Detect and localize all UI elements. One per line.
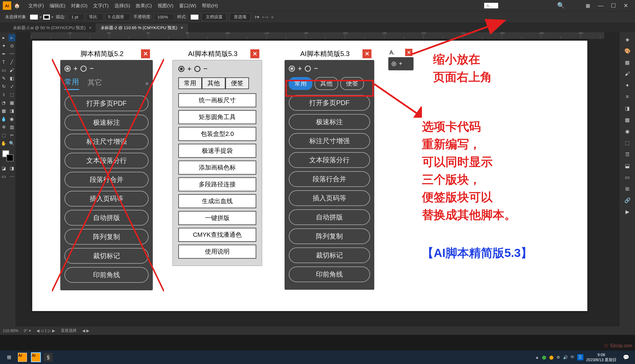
doc-tab-2[interactable]: 未标题-2 @ 110.65 % (CMYK/CPU 预览) ×	[96, 24, 188, 32]
radio-icon[interactable]	[64, 66, 71, 72]
mini-panel-docked[interactable]: A...	[484, 3, 498, 8]
graphic-styles-panel-icon[interactable]: ⬚	[622, 138, 632, 148]
panel53light-tab-other[interactable]: 其他	[202, 77, 225, 89]
artboards-panel-icon[interactable]: ▭	[622, 172, 632, 182]
arrange-icon[interactable]: ▦	[586, 3, 590, 9]
symbol-sprayer-tool[interactable]: ✲	[0, 124, 7, 131]
panel52-tab-other[interactable]: 其它	[87, 78, 102, 90]
rotate-tool[interactable]: ↻	[0, 83, 7, 90]
rotate-view[interactable]: 0° ▾	[24, 328, 31, 333]
doc-tab-1[interactable]: 未标题-2.ai @ 50 % (CMYK/CPU 预览) ×	[8, 24, 96, 32]
panel53light-btn[interactable]: 添加画稿色标	[178, 161, 256, 175]
panel52-btn[interactable]: 插入页码等	[64, 191, 149, 207]
radio-icon[interactable]	[305, 66, 311, 72]
radio-icon[interactable]	[194, 66, 200, 72]
tray-icon[interactable]: ⚙	[557, 355, 560, 360]
scale-mode[interactable]: 等比	[86, 13, 103, 20]
tray-icon[interactable]: ▲	[535, 355, 539, 360]
panel52-btn[interactable]: 极速标注	[64, 115, 149, 130]
line-tool[interactable]: ╱	[8, 59, 15, 66]
panel52-btn[interactable]: 印前角线	[64, 267, 149, 283]
links-panel-icon[interactable]: 🔗	[622, 195, 632, 205]
taskbar-app-ai-2[interactable]: Ai	[30, 352, 41, 363]
panel53dark-btn[interactable]: 极速标注	[289, 114, 370, 130]
perspective-tool[interactable]: ▦	[8, 99, 15, 106]
panel-menu-icon[interactable]: ≡	[271, 15, 274, 19]
panel53dark-btn[interactable]: 印前角线	[289, 266, 370, 282]
canvas-area[interactable]: 0204060801001201401601802002202402602803…	[15, 32, 620, 326]
panel53light-btn[interactable]: 统一画板尺寸	[178, 93, 256, 107]
fill-stroke-indicator[interactable]	[2, 150, 13, 161]
graph-tool[interactable]: ▥	[8, 124, 15, 131]
transparency-panel-icon[interactable]: ▩	[622, 115, 632, 125]
menu-type[interactable]: 文字(T)	[93, 3, 109, 9]
tray-volume-icon[interactable]: 🔊	[563, 355, 568, 360]
magic-wand-tool[interactable]: ✦	[0, 42, 7, 49]
eraser-tool[interactable]: ◧	[8, 75, 15, 82]
panel52-btn[interactable]: 打开多页PDF	[64, 96, 149, 111]
zoom-level[interactable]: 110.65%	[3, 328, 18, 333]
brushes-panel-icon[interactable]: 🖌	[622, 69, 632, 79]
curvature-tool[interactable]: 〰	[8, 50, 15, 57]
panel52-btn[interactable]: 裁切标记	[64, 248, 149, 264]
tray-input-icon[interactable]: 五	[577, 354, 583, 360]
swatches-panel-icon[interactable]: ▦	[622, 57, 632, 67]
opacity-input[interactable]: 100%	[155, 14, 174, 20]
panel53dark-close[interactable]: ✕	[362, 49, 371, 58]
eyedropper-tool[interactable]: 💧	[0, 115, 7, 122]
panel53dark-btn[interactable]: 文本段落分行	[289, 152, 370, 168]
radio-icon[interactable]	[289, 66, 295, 72]
mini-panel-close[interactable]: ✕	[405, 49, 412, 56]
panel53light-btn[interactable]: 生成出血线	[178, 194, 256, 208]
radio-icon[interactable]	[178, 66, 184, 72]
radio-icon[interactable]	[392, 62, 396, 66]
panel53dark-btn[interactable]: 阵列复制	[289, 228, 370, 244]
properties-panel-icon[interactable]: ◈	[622, 34, 632, 44]
taskbar-clock[interactable]: 9:06 2023/8/13 星期日	[586, 352, 616, 362]
start-button[interactable]: ⊞	[3, 352, 15, 363]
taskbar-app-ai-1[interactable]: Ai	[17, 352, 28, 363]
color-panel-icon[interactable]: 🎨	[622, 46, 632, 56]
menu-help[interactable]: 帮助(H)	[202, 3, 218, 9]
close-button[interactable]: ✕	[620, 2, 632, 9]
brush-tool[interactable]: 🖌	[8, 67, 15, 74]
shape-builder-tool[interactable]: ◔	[0, 99, 7, 106]
doc-setup-button[interactable]: 文档设置	[202, 13, 227, 21]
tray-ime-icon[interactable]: 中	[571, 355, 574, 360]
hand-tool[interactable]: ✋	[0, 140, 7, 147]
edit-toolbar-icon[interactable]: ⋯	[8, 173, 15, 180]
panel53light-tab-common[interactable]: 常用	[178, 77, 202, 89]
menu-edit[interactable]: 编辑(E)	[50, 3, 66, 9]
taskbar-app-other[interactable]: §	[44, 353, 53, 362]
color-mode-icon[interactable]: ◪	[0, 165, 7, 172]
notification-icon[interactable]: 💬	[620, 352, 632, 363]
panel52-tab-common[interactable]: 常用	[64, 77, 79, 90]
panel52-btn[interactable]: 阵列复制	[64, 229, 149, 245]
home-icon[interactable]: 🏠	[14, 3, 20, 9]
free-transform-tool[interactable]: ⬚	[8, 91, 15, 98]
chevron-right-icon[interactable]: »	[145, 80, 149, 87]
search-icon[interactable]: 🔍	[557, 2, 565, 9]
rectangle-tool[interactable]: ▭	[0, 67, 7, 74]
panel53light-btn[interactable]: CMYK查找潘通色	[178, 228, 256, 242]
appearance-panel-icon[interactable]: ◉	[622, 126, 632, 136]
panel53dark-btn[interactable]: 段落行合并	[289, 171, 370, 187]
menu-view[interactable]: 视图(V)	[158, 3, 174, 9]
direct-selection-tool[interactable]: ▹	[8, 34, 15, 41]
screen-mode-icon[interactable]: ▭	[0, 173, 7, 180]
panel53light-btn[interactable]: 包装盒型2.0	[178, 127, 256, 141]
stroke-swatch[interactable]	[43, 15, 50, 20]
blend-tool[interactable]: ◉	[8, 115, 15, 122]
lasso-tool[interactable]: ⊙	[8, 42, 15, 49]
maximize-button[interactable]: ☐	[607, 2, 620, 9]
layers-panel-icon[interactable]: ☰	[622, 149, 632, 159]
panel53dark-btn[interactable]: 插入页码等	[289, 190, 370, 206]
menu-effect[interactable]: 效果(C)	[136, 3, 152, 9]
type-tool[interactable]: T	[0, 59, 7, 66]
width-tool[interactable]: ⫴	[0, 91, 7, 98]
libraries-panel-icon[interactable]: ⊞	[622, 184, 632, 194]
tray-icon[interactable]: ⬤	[549, 355, 554, 360]
fill-swatch[interactable]	[30, 14, 38, 20]
panel53light-btn[interactable]: 使用说明	[178, 245, 256, 259]
actions-panel-icon[interactable]: ▶	[622, 207, 632, 217]
